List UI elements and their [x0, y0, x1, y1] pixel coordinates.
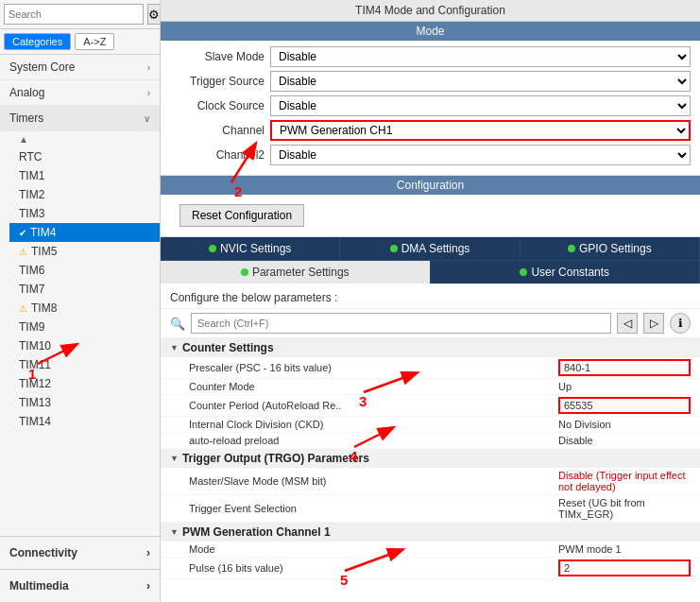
slave-mode-row: Slave Mode Disable	[170, 46, 691, 67]
page-title: TIM4 Mode and Configuration	[355, 4, 505, 17]
pulse-row: Pulse (16 bits value) 2	[161, 558, 700, 579]
counter-period-value[interactable]: 65535	[558, 397, 691, 414]
sidebar-item-tim14[interactable]: TIM14	[9, 412, 160, 431]
sidebar-item-tim11[interactable]: TIM11	[9, 355, 160, 374]
sidebar-item-tim1[interactable]: TIM1	[9, 166, 160, 185]
prescaler-row: Prescaler (PSC - 16 bits value) 840-1	[161, 357, 700, 379]
msm-bit-row: Master/Slave Mode (MSM bit) Disable (Tri…	[161, 468, 700, 495]
sidebar-item-analog[interactable]: Analog ›	[0, 80, 160, 106]
expand-icon: ▼	[170, 454, 179, 463]
search-input[interactable]	[4, 4, 144, 25]
trigger-source-row: Trigger Source Disable	[170, 71, 691, 92]
expand-icon: ▼	[170, 343, 179, 353]
autoreload-row: auto-reload preload Disable	[161, 433, 700, 449]
chevron-right-icon: ›	[147, 62, 150, 73]
params-toolbar: 🔍 ◁ ▷ ℹ	[161, 309, 700, 338]
pwm-mode-row: Mode PWM mode 1	[161, 542, 700, 558]
prev-button[interactable]: ◁	[617, 313, 638, 334]
counter-period-row: Counter Period (AutoReload Re.. 65535	[161, 395, 700, 417]
configure-text: Configure the below parameters :	[161, 287, 700, 309]
search-bar: ⚙	[0, 0, 160, 29]
counter-settings-group[interactable]: ▼ Counter Settings	[161, 338, 700, 357]
title-bar: TIM4 Mode and Configuration	[161, 0, 700, 22]
sidebar-item-tim9[interactable]: TIM9	[9, 318, 160, 336]
sidebar-bottom: Connectivity › Multimedia ›	[0, 536, 160, 602]
clock-source-select[interactable]: Disable	[270, 95, 691, 116]
pulse-value[interactable]: 2	[558, 559, 691, 576]
chevron-right-icon: ›	[147, 88, 150, 98]
warning-icon: ⚠	[19, 303, 27, 314]
tab-nvic-settings[interactable]: NVIC Settings	[161, 237, 340, 260]
trigger-event-value: Reset (UG bit from TIMx_EGR)	[558, 497, 691, 520]
pwm-mode-value: PWM mode 1	[558, 543, 691, 555]
sidebar-item-tim2[interactable]: TIM2	[9, 185, 160, 204]
channel-row: Channel PWM Generation CH1	[170, 120, 691, 141]
dma-dot	[390, 245, 398, 252]
sidebar-item-tim10[interactable]: TIM10	[9, 336, 160, 355]
sidebar-item-timers[interactable]: Timers ∨	[0, 106, 160, 131]
sidebar-item-tim5[interactable]: ⚠ TIM5	[9, 242, 160, 261]
nvic-dot	[209, 245, 216, 252]
tab-parameter-settings[interactable]: Parameter Settings	[161, 261, 431, 284]
gpio-dot	[568, 245, 575, 252]
channel2-select[interactable]: Disable	[270, 145, 691, 165]
gear-button[interactable]: ⚙	[147, 4, 161, 25]
sidebar-item-tim7[interactable]: TIM7	[9, 280, 160, 299]
sidebar-item-tim4[interactable]: ✔ TIM4	[9, 223, 160, 242]
sidebar-item-tim6[interactable]: TIM6	[9, 261, 160, 280]
clock-source-label: Clock Source	[170, 99, 265, 112]
mode-section-header: Mode	[161, 22, 700, 41]
mode-section: Slave Mode Disable Trigger Source Disabl…	[161, 41, 700, 176]
pwm-gen-group[interactable]: ▼ PWM Generation Channel 1	[161, 523, 700, 542]
sidebar-item-rtc[interactable]: RTC	[9, 147, 160, 166]
trgo-group[interactable]: ▼ Trigger Output (TRGO) Parameters	[161, 449, 700, 468]
slave-mode-label: Slave Mode	[170, 50, 265, 63]
tab-gpio-settings[interactable]: GPIO Settings	[521, 237, 700, 260]
check-icon: ✔	[19, 228, 26, 238]
user-const-dot	[520, 268, 527, 276]
next-button[interactable]: ▷	[643, 313, 664, 334]
sidebar-item-tim13[interactable]: TIM13	[9, 393, 160, 412]
sidebar-item-system-core[interactable]: System Core ›	[0, 55, 160, 80]
channel-select[interactable]: PWM Generation CH1	[270, 120, 691, 141]
counter-mode-row: Counter Mode Up	[161, 379, 700, 395]
slave-mode-select[interactable]: Disable	[270, 46, 691, 67]
tabs-row1: NVIC Settings DMA Settings GPIO Settings	[161, 237, 700, 260]
tab-user-constants[interactable]: User Constants	[431, 261, 701, 284]
clock-source-row: Clock Source Disable	[170, 95, 691, 116]
chevron-down-icon: ∨	[144, 113, 150, 124]
tab-dma-settings[interactable]: DMA Settings	[340, 237, 520, 260]
config-section: Configuration Reset Configuration NVIC S…	[161, 176, 700, 602]
sidebar-item-tim8[interactable]: ⚠ TIM8	[9, 299, 160, 318]
sidebar-item-multimedia[interactable]: Multimedia ›	[0, 569, 160, 602]
sidebar: ⚙ Categories A->Z System Core › Analog ›…	[0, 0, 161, 602]
trigger-event-row: Trigger Event Selection Reset (UG bit fr…	[161, 495, 700, 523]
channel-label: Channel	[170, 124, 265, 137]
chevron-right-icon: ›	[146, 579, 150, 593]
search-icon: 🔍	[170, 317, 185, 331]
info-button[interactable]: ℹ	[670, 313, 691, 334]
reset-config-button[interactable]: Reset Configuration	[179, 204, 304, 227]
sidebar-item-connectivity[interactable]: Connectivity ›	[0, 536, 160, 569]
expand-icon: ▼	[170, 527, 179, 537]
params-search-input[interactable]	[191, 313, 611, 334]
trigger-source-select[interactable]: Disable	[270, 71, 691, 92]
autoreload-value: Disable	[558, 435, 691, 446]
sidebar-item-tim3[interactable]: TIM3	[9, 204, 160, 223]
params-area: Configure the below parameters : 🔍 ◁ ▷ ℹ…	[161, 284, 700, 602]
counter-mode-value: Up	[558, 381, 691, 392]
timers-subtree: ▲ RTC TIM1 TIM2 TIM3 ✔ TIM4 ⚠ TIM5 TIM6 …	[0, 131, 160, 431]
prescaler-value[interactable]: 840-1	[558, 359, 691, 376]
channel2-label: Channel2	[170, 148, 265, 162]
category-bar: Categories A->Z	[0, 29, 160, 55]
config-header: Configuration	[161, 176, 700, 195]
sidebar-item-tim12[interactable]: TIM12	[9, 374, 160, 393]
collapse-icon[interactable]: ▲	[9, 131, 160, 147]
trigger-source-label: Trigger Source	[170, 75, 265, 88]
main-content: TIM4 Mode and Configuration Mode Slave M…	[161, 0, 700, 602]
clock-division-row: Internal Clock Division (CKD) No Divisio…	[161, 417, 700, 433]
az-button[interactable]: A->Z	[75, 33, 114, 50]
msm-bit-value: Disable (Trigger input effect not delaye…	[558, 470, 691, 492]
tabs-row2: Parameter Settings User Constants	[161, 260, 700, 284]
categories-button[interactable]: Categories	[4, 33, 71, 50]
